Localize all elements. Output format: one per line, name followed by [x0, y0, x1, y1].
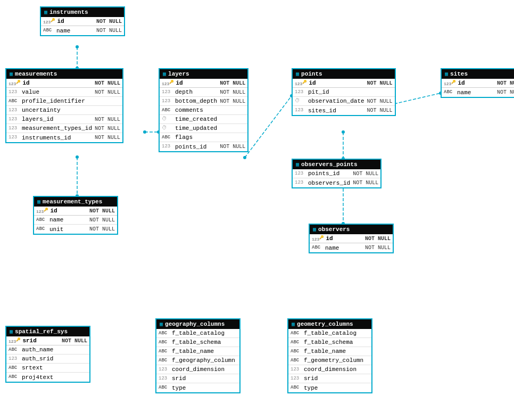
col-constraint: NOT NULL	[95, 28, 122, 34]
col-name: layers_id	[22, 116, 92, 122]
num-icon: 123	[9, 135, 20, 140]
table-body-geography_columns: ABCf_table_catalogABCf_table_schemaABCf_…	[156, 329, 239, 392]
abc-icon: ABC	[291, 349, 302, 354]
pk-icon: 123🔑	[36, 208, 48, 214]
col-name: type	[172, 385, 237, 391]
abc-icon: ABC	[9, 348, 20, 352]
col-constraint: NOT NULL	[61, 338, 87, 344]
abc-icon: ABC	[162, 135, 173, 140]
table-row: 123coord_dimension	[156, 365, 239, 374]
col-name: pit_id	[308, 89, 393, 95]
table-header-spatial_ref_sys: ▦spatial_ref_sys	[6, 327, 89, 336]
col-name: comments	[175, 107, 245, 113]
col-name: f_table_schema	[304, 339, 369, 345]
table-row: 123instruments_idNOT NULL	[6, 133, 122, 142]
col-name: id	[176, 80, 217, 86]
col-constraint: NOT NULL	[88, 208, 115, 214]
table-icon: ▦	[10, 328, 13, 335]
num-icon: 123	[291, 367, 302, 372]
table-icon: ▦	[313, 226, 316, 233]
table-body-measurement_types: 123🔑idNOT NULLABCnameNOT NULLABCunitNOT …	[34, 207, 117, 234]
abc-icon: ABC	[162, 108, 173, 113]
abc-icon: ABC	[159, 358, 170, 363]
col-name: sites_id	[308, 108, 364, 114]
table-points[interactable]: ▦points123🔑idNOT NULL123pit_id⏱observati…	[292, 68, 396, 116]
col-name: uncertainty	[22, 107, 120, 113]
table-observers_points[interactable]: ▦observers_points123points_idNOT NULL123…	[292, 159, 382, 188]
col-name: f_table_catalog	[304, 330, 369, 336]
table-row: 123🔑idNOT NULL	[160, 79, 247, 88]
col-name: points_id	[308, 170, 350, 177]
table-row: 123srid	[156, 374, 239, 383]
table-row: ABCnameNOT NULL	[41, 26, 124, 35]
num-icon: 123	[159, 376, 170, 381]
abc-icon: ABC	[43, 28, 55, 33]
table-row: 123points_idNOT NULL	[293, 169, 380, 178]
col-constraint: NOT NULL	[364, 236, 391, 242]
col-name: f_geometry_column	[304, 357, 369, 364]
col-name: srid	[22, 337, 59, 344]
abc-icon: ABC	[9, 375, 20, 380]
svg-line-9	[245, 96, 292, 158]
table-name: sites	[450, 71, 468, 77]
table-icon: ▦	[10, 71, 13, 77]
svg-point-10	[243, 156, 246, 159]
col-name: observation_date	[308, 98, 364, 104]
table-row: ABCf_table_schema	[156, 338, 239, 347]
table-layers[interactable]: ▦layers123🔑idNOT NULL123depthNOT NULL123…	[159, 68, 248, 152]
table-sites[interactable]: ▦sites123🔑idNOT NULLABCnameNOT NULL	[441, 68, 514, 98]
col-constraint: NOT NULL	[496, 89, 514, 95]
table-name: layers	[168, 71, 189, 77]
abc-icon: ABC	[9, 366, 20, 370]
table-row: 123🔑sridNOT NULL	[6, 336, 89, 345]
pk-icon: 123🔑	[9, 80, 21, 86]
table-instruments[interactable]: ▦instruments123🔑idNOT NULLABCnameNOT NUL…	[40, 6, 125, 36]
table-row: ABCf_table_catalog	[288, 329, 371, 338]
table-measurement_types[interactable]: ▦measurement_types123🔑idNOT NULLABCnameN…	[33, 196, 118, 235]
col-constraint: NOT NULL	[94, 80, 120, 86]
abc-icon: ABC	[159, 331, 170, 336]
pk-icon: 123🔑	[162, 80, 174, 86]
col-name: auth_srid	[22, 356, 87, 362]
table-measurements[interactable]: ▦measurements123🔑idNOT NULL123valueNOT N…	[5, 68, 123, 143]
table-spatial_ref_sys[interactable]: ▦spatial_ref_sys123🔑sridNOT NULLABCauth_…	[5, 326, 90, 383]
col-name: proj4text	[22, 374, 87, 381]
abc-icon: ABC	[159, 340, 170, 345]
table-header-sites: ▦sites	[442, 69, 514, 79]
col-name: unit	[49, 226, 87, 233]
table-row: 123depthNOT NULL	[160, 88, 247, 97]
table-icon: ▦	[296, 71, 299, 77]
col-constraint: NOT NULL	[95, 19, 122, 24]
table-geography_columns[interactable]: ▦geography_columnsABCf_table_catalogABCf…	[155, 318, 241, 393]
num-icon: 123	[9, 117, 20, 122]
table-row: ABCf_geography_column	[156, 356, 239, 365]
col-name: profile_identifier	[22, 98, 120, 104]
table-row: 123observers_idNOT NULL	[293, 178, 380, 187]
table-icon: ▦	[163, 71, 166, 77]
table-row: ABCnameNOT NULL	[442, 88, 514, 97]
table-row: 123points_idNOT NULL	[160, 142, 247, 151]
col-name: name	[49, 217, 87, 223]
col-name: auth_name	[22, 347, 87, 353]
table-observers[interactable]: ▦observers123🔑idNOT NULLABCnameNOT NULL	[309, 224, 394, 253]
abc-icon: ABC	[36, 227, 48, 232]
table-row: 123🔑idNOT NULL	[34, 207, 117, 216]
table-row: 123uncertainty	[6, 106, 122, 115]
col-constraint: NOT NULL	[94, 117, 120, 122]
table-row: ABCauth_name	[6, 345, 89, 355]
table-geometry_columns[interactable]: ▦geometry_columnsABCf_table_catalogABCf_…	[287, 318, 372, 393]
col-name: name	[457, 89, 494, 96]
table-header-measurement_types: ▦measurement_types	[34, 197, 117, 207]
table-row: 123pit_id	[293, 88, 395, 97]
table-row: 123sites_idNOT NULL	[293, 106, 395, 115]
col-name: id	[22, 80, 92, 86]
col-name: measurement_types_id	[22, 125, 92, 131]
num-icon: 123	[162, 144, 173, 149]
table-header-layers: ▦layers	[160, 69, 247, 79]
col-name: value	[22, 89, 92, 95]
table-row: ABCf_geometry_column	[288, 356, 371, 365]
col-name: coord_dimension	[172, 366, 237, 373]
col-name: flags	[175, 134, 245, 141]
abc-icon: ABC	[159, 349, 170, 354]
svg-point-2	[76, 45, 79, 48]
